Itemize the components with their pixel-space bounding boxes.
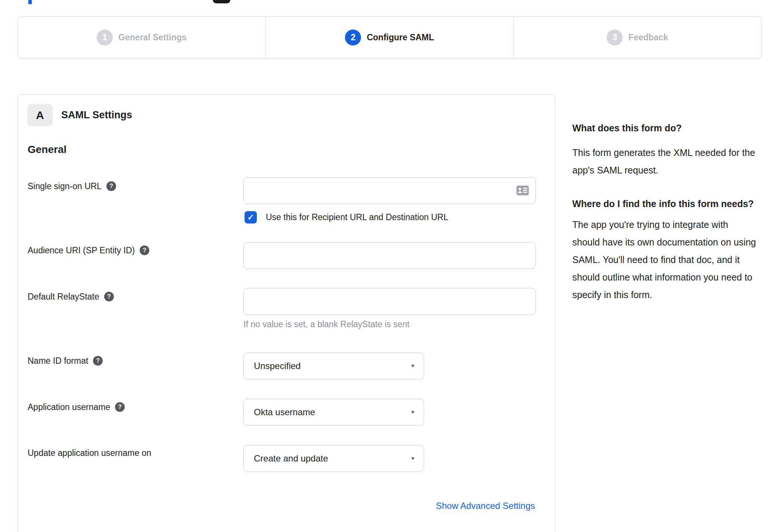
help-icon[interactable]: ? — [106, 181, 116, 191]
recipient-url-checkbox-row: ✓ Use this for Recipient URL and Destina… — [245, 211, 448, 223]
help-icon[interactable]: ? — [93, 356, 103, 366]
single-sign-on-url-label-text: Single sign-on URL — [28, 181, 102, 191]
contact-card-icon[interactable] — [516, 185, 529, 195]
audience-uri-input[interactable] — [243, 242, 536, 269]
name-id-format-label: Name ID format ? — [28, 355, 103, 367]
chevron-down-icon: ▼ — [410, 363, 416, 369]
recipient-url-checkbox-label: Use this for Recipient URL and Destinati… — [266, 212, 448, 222]
cropped-dark-element — [213, 0, 230, 3]
default-relaystate-field — [243, 288, 536, 315]
section-badge-a: A — [27, 104, 53, 126]
name-id-format-value: Unspecified — [254, 361, 301, 371]
step-number-badge: 1 — [97, 29, 113, 46]
default-relaystate-input[interactable] — [243, 288, 536, 315]
application-username-value: Okta username — [254, 407, 315, 417]
step-number-badge: 3 — [607, 29, 623, 46]
name-id-format-select[interactable]: Unspecified ▼ — [243, 353, 424, 379]
step-label: Feedback — [628, 32, 668, 43]
update-application-username-label-text: Update application username on — [28, 448, 151, 458]
general-section-title: General — [28, 144, 66, 156]
update-application-username-label: Update application username on — [28, 447, 151, 459]
help-icon[interactable]: ? — [140, 245, 149, 255]
name-id-format-label-text: Name ID format — [28, 356, 88, 366]
step-label: Configure SAML — [367, 32, 434, 43]
page: 1 General Settings 2 Configure SAML 3 Fe… — [0, 0, 781, 532]
step-configure-saml[interactable]: 2 Configure SAML — [265, 17, 513, 58]
application-username-select[interactable]: Okta username ▼ — [243, 399, 424, 426]
step-general-settings[interactable]: 1 General Settings — [18, 17, 265, 58]
audience-uri-field — [243, 242, 536, 269]
wizard-stepper: 1 General Settings 2 Configure SAML 3 Fe… — [18, 16, 762, 59]
cropped-blue-element — [28, 0, 32, 4]
single-sign-on-url-input[interactable] — [243, 177, 536, 204]
audience-uri-label-text: Audience URI (SP Entity ID) — [28, 245, 135, 256]
help-body-what: This form generates the XML needed for t… — [572, 144, 756, 179]
application-username-label-text: Application username — [28, 402, 110, 412]
audience-uri-label: Audience URI (SP Entity ID) ? — [28, 244, 149, 256]
check-icon: ✓ — [247, 213, 254, 222]
update-application-username-value: Create and update — [254, 453, 328, 464]
help-icon[interactable]: ? — [104, 292, 114, 301]
relaystate-hint: If no value is set, a blank RelayState i… — [243, 319, 410, 329]
single-sign-on-url-field — [243, 177, 536, 204]
single-sign-on-url-label: Single sign-on URL ? — [28, 180, 116, 192]
help-icon[interactable]: ? — [115, 402, 125, 412]
saml-settings-title: SAML Settings — [61, 104, 132, 126]
default-relaystate-label: Default RelayState ? — [28, 291, 114, 303]
help-heading-what: What does this form do? — [572, 119, 756, 137]
default-relaystate-label-text: Default RelayState — [28, 292, 99, 302]
step-number-badge: 2 — [345, 29, 361, 46]
help-heading-where: Where do I find the info this form needs… — [572, 195, 756, 213]
chevron-down-icon: ▼ — [410, 410, 416, 415]
show-advanced-settings-link[interactable]: Show Advanced Settings — [436, 501, 535, 511]
step-label: General Settings — [118, 32, 187, 43]
help-body-where: The app you're trying to integrate with … — [572, 216, 756, 304]
update-application-username-select[interactable]: Create and update ▼ — [243, 445, 424, 472]
help-sidebar: What does this form do? This form genera… — [572, 119, 756, 304]
recipient-url-checkbox[interactable]: ✓ — [245, 211, 257, 223]
application-username-label: Application username ? — [28, 401, 125, 413]
chevron-down-icon: ▼ — [410, 456, 416, 461]
saml-settings-panel: A SAML Settings General Single sign-on U… — [18, 94, 556, 532]
step-feedback: 3 Feedback — [513, 17, 761, 58]
